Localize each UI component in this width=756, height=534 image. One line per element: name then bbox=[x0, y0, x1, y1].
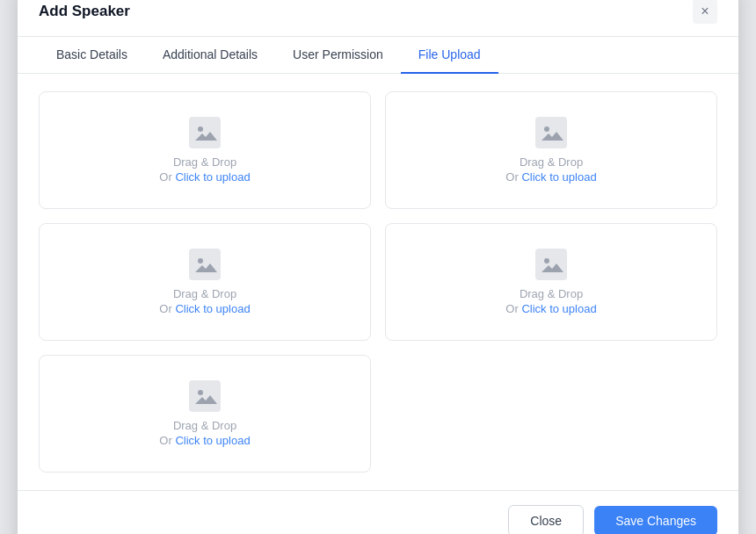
upload-link-4[interactable]: Click to upload bbox=[521, 302, 596, 315]
svg-point-9 bbox=[198, 390, 203, 395]
modal-dialog: Add Speaker × Basic Details Additional D… bbox=[18, 0, 738, 534]
svg-rect-4 bbox=[189, 249, 221, 280]
upload-box-2[interactable]: Drag & Drop Or Click to upload bbox=[385, 91, 717, 209]
close-icon: × bbox=[701, 4, 709, 19]
upload-drag-text-1: Drag & Drop bbox=[173, 155, 236, 169]
upload-link-2[interactable]: Click to upload bbox=[521, 170, 596, 184]
svg-rect-2 bbox=[535, 117, 567, 148]
modal-close-icon-button[interactable]: × bbox=[693, 0, 717, 24]
svg-rect-8 bbox=[189, 380, 221, 412]
svg-point-3 bbox=[544, 126, 549, 132]
svg-point-1 bbox=[198, 126, 203, 132]
modal-header: Add Speaker × bbox=[18, 0, 738, 37]
upload-or-row-5: Or Click to upload bbox=[159, 434, 250, 447]
upload-grid: Drag & Drop Or Click to upload Drag & Dr… bbox=[39, 91, 717, 473]
image-upload-icon-4 bbox=[535, 249, 567, 280]
svg-point-5 bbox=[198, 258, 203, 263]
modal-footer: Close Save Changes bbox=[18, 490, 738, 534]
tab-basic-details[interactable]: Basic Details bbox=[39, 37, 145, 74]
upload-drag-text-3: Drag & Drop bbox=[173, 287, 236, 300]
upload-link-1[interactable]: Click to upload bbox=[175, 170, 250, 184]
svg-rect-0 bbox=[189, 117, 221, 148]
tab-file-upload[interactable]: File Upload bbox=[401, 37, 498, 74]
tab-additional-details[interactable]: Additional Details bbox=[145, 37, 275, 74]
upload-or-row-2: Or Click to upload bbox=[505, 170, 596, 184]
image-upload-icon-2 bbox=[535, 117, 567, 148]
upload-box-1[interactable]: Drag & Drop Or Click to upload bbox=[39, 91, 371, 209]
tab-user-permission[interactable]: User Permission bbox=[275, 37, 401, 74]
image-upload-icon-3 bbox=[189, 249, 221, 280]
svg-point-7 bbox=[544, 258, 549, 263]
modal-body: Drag & Drop Or Click to upload Drag & Dr… bbox=[18, 74, 738, 490]
image-upload-icon-5 bbox=[189, 380, 221, 412]
upload-box-5[interactable]: Drag & Drop Or Click to upload bbox=[39, 355, 371, 473]
upload-or-row-4: Or Click to upload bbox=[505, 302, 596, 315]
upload-link-3[interactable]: Click to upload bbox=[175, 302, 250, 315]
upload-box-3[interactable]: Drag & Drop Or Click to upload bbox=[39, 223, 371, 341]
save-changes-button[interactable]: Save Changes bbox=[594, 506, 717, 534]
svg-rect-6 bbox=[535, 249, 567, 280]
upload-link-5[interactable]: Click to upload bbox=[175, 434, 250, 447]
upload-or-row-3: Or Click to upload bbox=[159, 302, 250, 315]
close-button[interactable]: Close bbox=[508, 505, 584, 534]
modal-overlay: Add Speaker × Basic Details Additional D… bbox=[0, 0, 756, 534]
upload-drag-text-4: Drag & Drop bbox=[520, 287, 583, 300]
upload-box-4[interactable]: Drag & Drop Or Click to upload bbox=[385, 223, 717, 341]
tab-bar: Basic Details Additional Details User Pe… bbox=[18, 37, 738, 74]
upload-drag-text-5: Drag & Drop bbox=[173, 419, 236, 432]
upload-or-row-1: Or Click to upload bbox=[159, 170, 250, 184]
modal-title: Add Speaker bbox=[39, 3, 130, 32]
upload-drag-text-2: Drag & Drop bbox=[520, 155, 583, 169]
image-upload-icon-1 bbox=[189, 117, 221, 148]
